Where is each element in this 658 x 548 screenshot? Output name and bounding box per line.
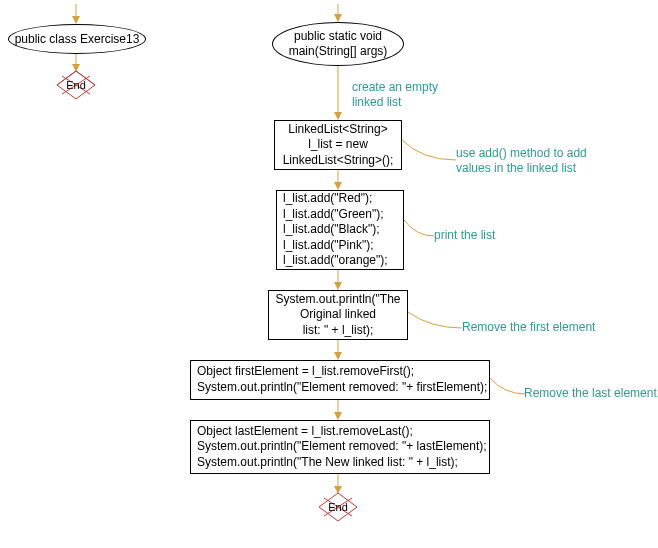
arrow-removelast-to-end <box>332 474 344 494</box>
flowchart-canvas: public class Exercise13 End public stati… <box>0 0 658 548</box>
main-declaration-ellipse: public static void main(String[] args) <box>272 22 404 66</box>
arrow-add-to-print <box>332 270 344 290</box>
svg-marker-1 <box>72 16 80 24</box>
svg-marker-20 <box>334 352 342 360</box>
box-add-calls-text: l_list.add("Red"); l_list.add("Green"); … <box>283 191 388 269</box>
svg-marker-14 <box>334 112 342 120</box>
arrow-main-to-decl <box>332 66 344 120</box>
comment-remove-first: Remove the first element <box>462 320 595 335</box>
box-add-calls: l_list.add("Red"); l_list.add("Green"); … <box>276 190 404 270</box>
connector-remove-first-comment <box>408 310 462 334</box>
box-print-list: System.out.println("The Original linked … <box>268 290 408 340</box>
main-declaration-text: public static void main(String[] args) <box>289 29 388 59</box>
end-label-left: End <box>56 70 96 100</box>
end-diamond-left: End <box>56 70 96 100</box>
arrow-top-right <box>332 4 344 22</box>
box-remove-first: Object firstElement = l_list.removeFirst… <box>190 360 490 400</box>
end-label-right: End <box>318 492 358 522</box>
box-remove-last-text: Object lastElement = l_list.removeLast()… <box>197 424 487 471</box>
arrow-decl-to-add <box>332 170 344 190</box>
comment-create-empty-list: create an empty linked list <box>352 80 438 110</box>
connector-add-comment <box>402 136 456 166</box>
arrow-top-left <box>70 4 82 24</box>
arrow-print-to-removefirst <box>332 340 344 360</box>
comment-print-list: print the list <box>434 228 495 243</box>
comment-remove-last: Remove the last element <box>524 386 657 401</box>
arrow-removefirst-to-removelast <box>332 400 344 420</box>
box-remove-last: Object lastElement = l_list.removeLast()… <box>190 420 490 474</box>
box-declare-list: LinkedList<String> l_list = new LinkedLi… <box>274 120 402 170</box>
class-declaration-text: public class Exercise13 <box>15 32 140 47</box>
svg-marker-16 <box>334 182 342 190</box>
svg-marker-12 <box>334 14 342 22</box>
class-declaration-ellipse: public class Exercise13 <box>8 24 146 54</box>
box-declare-list-text: LinkedList<String> l_list = new LinkedLi… <box>283 122 394 169</box>
svg-marker-22 <box>334 412 342 420</box>
connector-remove-last-comment <box>490 376 526 400</box>
end-diamond-right: End <box>318 492 358 522</box>
connector-print-comment <box>404 218 434 242</box>
box-remove-first-text: Object firstElement = l_list.removeFirst… <box>197 364 487 395</box>
svg-marker-18 <box>334 282 342 290</box>
comment-use-add-method: use add() method to add values in the li… <box>456 146 587 176</box>
box-print-list-text: System.out.println("The Original linked … <box>276 292 401 339</box>
